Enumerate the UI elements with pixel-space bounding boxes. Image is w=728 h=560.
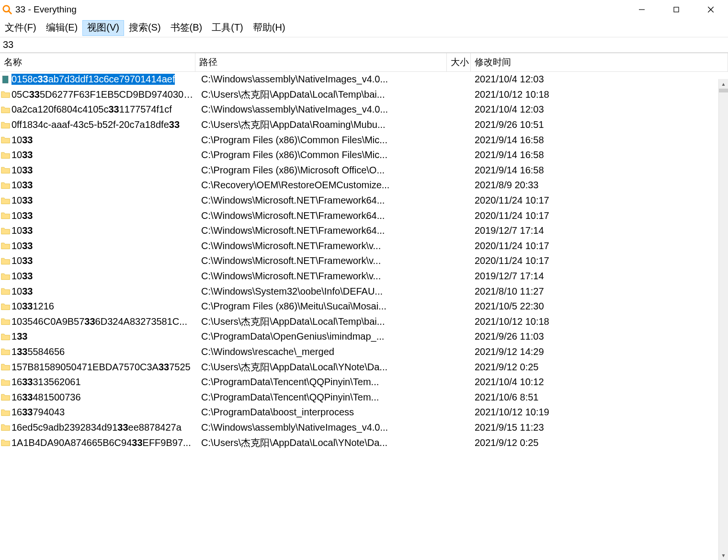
cell-path: C:\Users\杰克阳\AppData\Local\Temp\bai... xyxy=(195,315,447,328)
cell-path: C:\Windows\System32\oobe\Info\DEFAU... xyxy=(195,286,447,297)
result-row[interactable]: 157B81589050471EBDA7570C3A337525C:\Users… xyxy=(0,359,728,375)
result-row[interactable]: 16ed5c9adb2392834d9133ee8878427aC:\Windo… xyxy=(0,420,728,435)
file-name: 1033 xyxy=(11,149,33,160)
svg-line-1 xyxy=(9,11,11,14)
file-name: 16ed5c9adb2392834d9133ee8878427a xyxy=(11,422,182,433)
cell-modified: 2021/8/9 20:33 xyxy=(471,180,728,191)
cell-name: 1A1B4DA90A874665B6C9433EFF9B97... xyxy=(0,437,195,448)
result-row[interactable]: 0a2ca120f6804c4105c331177574f1cfC:\Windo… xyxy=(0,102,728,117)
cell-name: 05C335D6277F63F1EB5CD9BD9740300... xyxy=(0,89,195,100)
cell-path: C:\Users\杰克阳\AppData\Local\YNote\Da... xyxy=(195,361,447,374)
file-name: 1033 xyxy=(11,286,33,297)
file-name: 05C335D6277F63F1EB5CD9BD9740300... xyxy=(11,89,193,100)
result-row[interactable]: 1033C:\Windows\Microsoft.NET\Framework\v… xyxy=(0,269,728,284)
result-row[interactable]: 1A1B4DA90A874665B6C9433EFF9B97...C:\User… xyxy=(0,435,728,450)
svg-rect-6 xyxy=(2,76,8,83)
file-name: 1633481500736 xyxy=(11,392,81,403)
cell-modified: 2021/9/14 16:58 xyxy=(471,135,728,146)
file-name: 1033 xyxy=(11,195,33,206)
maximize-button[interactable] xyxy=(659,0,694,19)
results-list[interactable]: 0158c33ab7d3ddf13c6ce79701414aefC:\Windo… xyxy=(0,72,728,553)
scrollbar-down-icon[interactable]: ▼ xyxy=(719,550,728,553)
cell-name: 133 xyxy=(0,331,195,342)
result-row[interactable]: 1033C:\Windows\Microsoft.NET\Framework64… xyxy=(0,208,728,223)
result-row[interactable]: 103546C0A9B57336D324A83273581C...C:\User… xyxy=(0,314,728,330)
result-row[interactable]: 1033C:\Program Files (x86)\Common Files\… xyxy=(0,148,728,163)
cell-path: C:\Windows\Microsoft.NET\Framework\v... xyxy=(195,240,447,251)
file-name: 0a2ca120f6804c4105c331177574f1cf xyxy=(11,104,172,115)
result-row[interactable]: 1033C:\Program Files (x86)\Microsoft Off… xyxy=(0,163,728,178)
minimize-button[interactable] xyxy=(625,0,659,19)
cell-name: 1633794043 xyxy=(0,407,195,418)
cell-path: C:\ProgramData\OpenGenius\imindmap_... xyxy=(195,331,447,342)
cell-path: C:\Windows\assembly\NativeImages_v4.0... xyxy=(195,74,447,85)
header-size[interactable]: 大小 xyxy=(447,53,471,72)
result-row[interactable]: 1033C:\Windows\Microsoft.NET\Framework64… xyxy=(0,223,728,239)
cell-path: C:\Recovery\OEM\RestoreOEMCustomize... xyxy=(195,180,447,191)
cell-path: C:\Windows\Microsoft.NET\Framework64... xyxy=(195,195,447,206)
file-name: 1033 xyxy=(11,240,33,251)
file-name: 103546C0A9B57336D324A83273581C... xyxy=(11,316,187,327)
menu-bookmark[interactable]: 书签(B) xyxy=(166,20,207,36)
menu-edit[interactable]: 编辑(E) xyxy=(41,20,83,36)
result-row[interactable]: 1033C:\Program Files (x86)\Common Files\… xyxy=(0,132,728,148)
file-name: 1033 xyxy=(11,165,33,176)
cell-modified: 2021/9/14 16:58 xyxy=(471,165,728,176)
result-row[interactable]: 0ff1834c-aaaf-43c5-b52f-20c7a18dfe33C:\U… xyxy=(0,117,728,133)
menu-tool[interactable]: 工具(T) xyxy=(207,20,248,36)
file-name: 1033 xyxy=(11,255,33,266)
cell-name: 1033 xyxy=(0,225,195,236)
result-row[interactable]: 1033C:\Windows\Microsoft.NET\Framework64… xyxy=(0,193,728,208)
cell-path: C:\Windows\Microsoft.NET\Framework\v... xyxy=(195,255,447,266)
cell-name: 1633313562061 xyxy=(0,377,195,388)
cell-path: C:\Windows\rescache\_merged xyxy=(195,346,447,357)
cell-modified: 2021/10/4 12:03 xyxy=(471,104,728,115)
cell-path: C:\Program Files (x86)\Common Files\Mic.… xyxy=(195,135,447,146)
scrollbar-thumb[interactable] xyxy=(719,89,728,92)
menu-view[interactable]: 视图(V) xyxy=(82,20,124,36)
cell-modified: 2019/12/7 17:14 xyxy=(471,271,728,282)
result-row[interactable]: 1033C:\Windows\System32\oobe\Info\DEFAU.… xyxy=(0,284,728,299)
menu-search[interactable]: 搜索(S) xyxy=(124,20,166,36)
cell-modified: 2021/9/12 14:29 xyxy=(471,346,728,357)
title-bar: 33 - Everything xyxy=(0,0,728,19)
app-icon xyxy=(2,4,12,15)
cell-modified: 2021/9/12 0:25 xyxy=(471,362,728,373)
cell-modified: 2021/10/4 12:03 xyxy=(471,74,728,85)
result-row[interactable]: 1033C:\Recovery\OEM\RestoreOEMCustomize.… xyxy=(0,178,728,193)
result-row[interactable]: 1633794043C:\ProgramData\boost_interproc… xyxy=(0,405,728,420)
search-input[interactable] xyxy=(0,38,728,51)
file-name: 1A1B4DA90A874665B6C9433EFF9B97... xyxy=(11,437,191,448)
result-row[interactable]: 1033C:\Windows\Microsoft.NET\Framework\v… xyxy=(0,253,728,269)
result-row[interactable]: 0158c33ab7d3ddf13c6ce79701414aefC:\Windo… xyxy=(0,72,728,87)
result-row[interactable]: 05C335D6277F63F1EB5CD9BD9740300...C:\Use… xyxy=(0,87,728,103)
menu-file[interactable]: 文件(F) xyxy=(0,20,41,36)
file-name: 133 xyxy=(11,331,27,342)
result-row[interactable]: 1033C:\Windows\Microsoft.NET\Framework\v… xyxy=(0,239,728,254)
scrollbar-up-icon[interactable]: ▲ xyxy=(719,79,728,89)
cell-name: 1633481500736 xyxy=(0,392,195,403)
cell-modified: 2020/11/24 10:17 xyxy=(471,255,728,266)
cell-modified: 2021/9/12 0:25 xyxy=(471,437,728,448)
result-row[interactable]: 1633313562061C:\ProgramData\Tencent\QQPi… xyxy=(0,375,728,390)
cell-modified: 2021/8/10 11:27 xyxy=(471,286,728,297)
result-row[interactable]: 10331216C:\Program Files (x86)\Meitu\Suc… xyxy=(0,299,728,314)
scrollbar[interactable]: ▲ ▼ xyxy=(718,79,728,553)
close-button[interactable] xyxy=(694,0,728,19)
file-name: 10331216 xyxy=(11,301,54,312)
cell-modified: 2020/11/24 10:17 xyxy=(471,195,728,206)
window-title: 33 - Everything xyxy=(15,4,625,15)
cell-name: 1033 xyxy=(0,286,195,297)
result-row[interactable]: 133C:\ProgramData\OpenGenius\imindmap_..… xyxy=(0,329,728,344)
cell-name: 16ed5c9adb2392834d9133ee8878427a xyxy=(0,422,195,433)
result-row[interactable]: 1633481500736C:\ProgramData\Tencent\QQPi… xyxy=(0,389,728,405)
file-name: 1633313562061 xyxy=(11,377,81,388)
menu-help[interactable]: 帮助(H) xyxy=(248,20,290,36)
cell-modified: 2019/12/7 17:14 xyxy=(471,225,728,236)
header-path[interactable]: 路径 xyxy=(195,53,447,72)
search-bar xyxy=(0,37,728,53)
header-modified[interactable]: 修改时间 xyxy=(471,53,728,72)
header-name[interactable]: 名称 xyxy=(0,53,195,72)
cell-name: 157B81589050471EBDA7570C3A337525 xyxy=(0,362,195,373)
result-row[interactable]: 1335584656C:\Windows\rescache\_merged202… xyxy=(0,344,728,360)
